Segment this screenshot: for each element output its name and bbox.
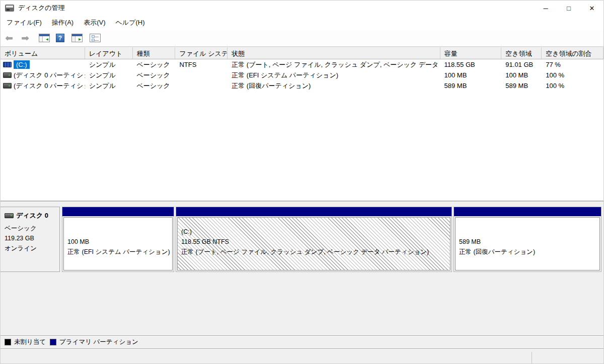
menu-bar: ファイル(F) 操作(A) 表示(V) ヘルプ(H) [1,16,603,30]
cell-free: 589 MB [501,82,542,89]
status-bar [1,348,603,363]
menu-action[interactable]: 操作(A) [47,16,79,29]
volume-name: (ディスク 0 パーティション 1) [14,71,85,80]
partition-efi[interactable]: 100 MB 正常 (EFI システム パーティション) [62,207,174,272]
table-row-partition-1[interactable]: (ディスク 0 パーティション 1) シンプル ベーシック 正常 (EFI シス… [1,70,603,80]
cell-type: ベーシック [133,60,176,69]
partition-size: 589 MB [459,237,599,247]
minimize-button[interactable]: ─ [534,1,557,16]
console-tree-icon[interactable]: ◂ [39,34,50,42]
toolbar: ⬅ ➡ ◂ ? ▸ [1,30,603,47]
column-header-status[interactable]: 状態 [228,47,440,59]
partition-color-bar [62,207,174,216]
volume-icon [3,72,12,78]
disk-name: ディスク 0 [16,211,48,220]
cell-free: 91.01 GB [501,61,542,68]
cell-status: 正常 (ブート, ページ ファイル, クラッシュ ダンプ, ベーシック データ … [228,60,440,69]
partition-status: 正常 (ブート, ページ ファイル, クラッシュ ダンプ, ベーシック データ … [181,247,450,257]
forward-arrow-icon[interactable]: ➡ [19,34,32,43]
disk-0-group: ディスク 0 ベーシック 119.23 GB オンライン 100 MB 正常 (… [1,207,603,272]
maximize-button[interactable]: □ [557,1,580,16]
partition-status: 正常 (EFI システム パーティション) [67,247,172,257]
cell-capacity: 589 MB [440,82,502,89]
volume-list-pane: ボリューム レイアウト 種類 ファイル システム 状態 容量 空き領域 空き領域… [1,47,603,201]
partition-c[interactable]: (C:) 118.55 GB NTFS 正常 (ブート, ページ ファイル, ク… [176,207,452,272]
table-row-partition-4[interactable]: (ディスク 0 パーティション 4) シンプル ベーシック 正常 (回復パーティ… [1,80,603,91]
disk-type: ベーシック [5,223,56,233]
cell-free-pct: 77 % [542,61,603,68]
column-header-type[interactable]: 種類 [133,47,176,59]
primary-partition-swatch [50,339,56,345]
partition-size: 100 MB [67,237,172,247]
volume-table-header: ボリューム レイアウト 種類 ファイル システム 状態 容量 空き領域 空き領域… [1,47,603,59]
disk-0-info-panel[interactable]: ディスク 0 ベーシック 119.23 GB オンライン [1,207,60,272]
column-header-capacity[interactable]: 容量 [440,47,502,59]
action-pane-icon[interactable]: ▸ [71,34,83,42]
partition-status: 正常 (回復パーティション) [459,247,599,257]
back-arrow-icon[interactable]: ⬅ [3,34,16,43]
column-header-filesystem[interactable]: ファイル システム [175,47,228,59]
column-header-free-pct[interactable]: 空き領域の割合 [542,47,603,59]
window-controls: ─ □ ✕ [534,1,603,16]
properties-icon[interactable] [90,34,101,42]
cell-type: ベーシック [133,81,176,90]
partition-size: 118.55 GB NTFS [181,237,450,247]
partition-label: (C:) [181,227,450,237]
cell-status: 正常 (回復パーティション) [228,81,440,90]
unallocated-swatch [5,339,11,345]
disk-management-window: ディスクの管理 ─ □ ✕ ファイル(F) 操作(A) 表示(V) ヘルプ(H)… [0,0,604,364]
close-button[interactable]: ✕ [580,1,603,16]
cell-layout: シンプル [85,81,133,90]
volume-name-selected: (C:) [14,60,30,69]
column-header-free[interactable]: 空き領域 [501,47,542,59]
partition-color-bar [454,207,601,216]
column-header-volume[interactable]: ボリューム [1,47,85,59]
legend-unallocated: 未割り当て [5,338,46,346]
cell-type: ベーシック [133,71,176,80]
volume-icon [3,83,12,88]
partition-color-bar [176,207,451,216]
menu-file[interactable]: ファイル(F) [2,16,47,29]
cell-layout: シンプル [85,60,133,69]
volume-icon [3,62,12,67]
disk-size: 119.23 GB [5,233,56,243]
legend-label: プライマリ パーティション [59,338,138,346]
disk-icon [5,213,14,218]
help-icon[interactable]: ? [56,34,64,42]
column-header-layout[interactable]: レイアウト [85,47,133,59]
title-bar: ディスクの管理 ─ □ ✕ [1,1,603,16]
legend-bar: 未割り当て プライマリ パーティション [1,335,603,348]
partition-strip: 100 MB 正常 (EFI システム パーティション) (C:) 118.55… [60,207,603,272]
partition-recovery[interactable]: 589 MB 正常 (回復パーティション) [454,207,601,272]
cell-layout: シンプル [85,71,133,80]
menu-view[interactable]: 表示(V) [79,16,110,29]
status-bar-divider [532,352,532,363]
partition-body: (C:) 118.55 GB NTFS 正常 (ブート, ページ ファイル, ク… [177,217,450,270]
window-title: ディスクの管理 [18,4,65,13]
legend-primary-partition: プライマリ パーティション [50,338,138,346]
disk-status: オンライン [5,243,56,253]
partition-body: 100 MB 正常 (EFI システム パーティション) [63,217,173,270]
cell-free-pct: 100 % [542,71,603,79]
table-row-volume-c[interactable]: (C:) シンプル ベーシック NTFS 正常 (ブート, ページ ファイル, … [1,59,603,70]
legend-label: 未割り当て [14,338,46,346]
cell-free: 100 MB [501,71,542,79]
cell-capacity: 100 MB [440,71,502,79]
partition-body: 589 MB 正常 (回復パーティション) [455,217,600,270]
volume-name: (ディスク 0 パーティション 4) [14,81,85,90]
cell-status: 正常 (EFI システム パーティション) [228,71,440,80]
cell-filesystem: NTFS [175,61,228,68]
menu-help[interactable]: ヘルプ(H) [111,16,150,29]
cell-free-pct: 100 % [542,82,603,89]
cell-capacity: 118.55 GB [440,61,502,68]
disk-management-app-icon [5,5,14,12]
graphical-view-pane: ディスク 0 ベーシック 119.23 GB オンライン 100 MB 正常 (… [1,203,603,335]
